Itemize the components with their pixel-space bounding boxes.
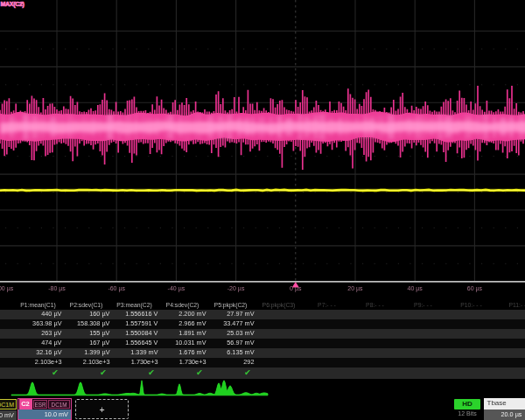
svg-text:MAX(C2): MAX(C2) <box>1 1 24 8</box>
